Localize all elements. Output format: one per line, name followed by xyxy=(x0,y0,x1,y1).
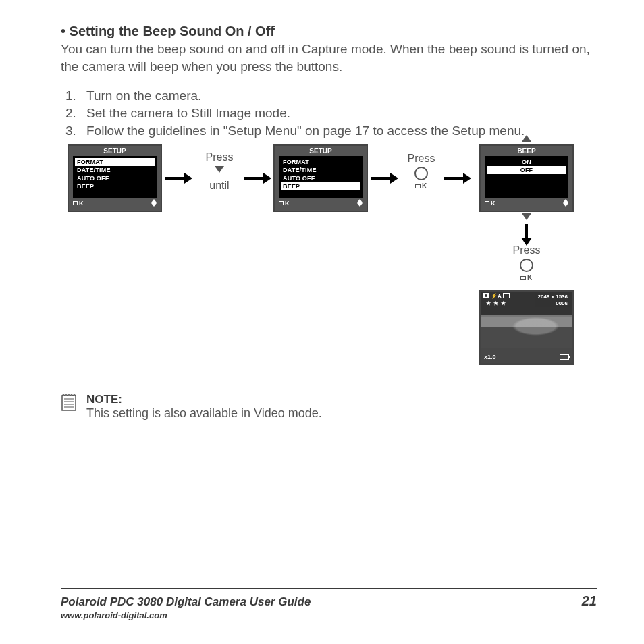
setup-screen-1: SETUP FORMAT DATE/TIME AUTO OFF BEEP K xyxy=(68,144,162,212)
ok-text: K xyxy=(401,182,441,190)
arrow-down-icon xyxy=(525,224,528,239)
updown-icon xyxy=(357,199,363,207)
menu-item-off: OFF xyxy=(487,166,566,174)
footer-rule xyxy=(61,588,597,589)
ok-icon: K xyxy=(279,200,290,207)
screen-title: SETUP xyxy=(275,146,367,156)
page-footer: Polaroid PDC 3080 Digital Camera User Gu… xyxy=(61,588,597,620)
step-item: Set the camera to Still Image mode. xyxy=(80,105,597,122)
menu-item-format: FORMAT xyxy=(281,158,360,166)
screen-title: BEEP xyxy=(481,146,572,156)
step-item: Follow the guidelines in "Setup Menu" on… xyxy=(80,122,597,140)
menu-item-datetime: DATE/TIME xyxy=(281,166,360,174)
ok-button-icon xyxy=(414,167,428,180)
screen-title: SETUP xyxy=(69,146,161,156)
ok-icon: K xyxy=(73,200,84,207)
press-ok-instruction: Press K xyxy=(401,153,441,190)
intro-text: You can turn the beep sound on and off i… xyxy=(61,41,597,75)
quality-stars: ★ ★ ★ xyxy=(486,300,506,306)
preview-scene xyxy=(481,317,572,348)
menu-item-on: ON xyxy=(487,158,566,166)
page-number: 21 xyxy=(582,593,597,609)
arrow-right-icon xyxy=(244,177,265,180)
arrow-right-icon xyxy=(165,177,186,180)
flash-icon: ⚡A xyxy=(491,293,502,299)
press-label: Press xyxy=(401,153,441,165)
press-down-instruction: Press until xyxy=(196,151,243,192)
until-label: until xyxy=(196,180,243,192)
camera-preview-screen: ⚡A ★ ★ ★ 2048 x 1536 0006 x1.0 xyxy=(479,290,574,365)
battery-icon xyxy=(560,354,569,360)
svg-rect-0 xyxy=(62,396,76,410)
arrow-right-icon xyxy=(444,177,464,180)
beep-screen: BEEP ON OFF K xyxy=(479,144,574,212)
updown-icon xyxy=(563,199,568,207)
ok-text: K xyxy=(506,274,547,281)
down-triangle-icon xyxy=(522,213,531,220)
ok-icon: K xyxy=(485,200,495,207)
down-triangle-icon xyxy=(215,166,224,173)
notepad-icon xyxy=(61,393,77,412)
press-ok-instruction: Press K xyxy=(506,244,547,281)
menu-item-beep: BEEP xyxy=(75,182,155,190)
note-block: NOTE: This setting is also available in … xyxy=(61,393,597,421)
guide-title: Polaroid PDC 3080 Digital Camera User Gu… xyxy=(61,595,311,609)
camera-icon xyxy=(483,293,489,298)
menu-item-beep: BEEP xyxy=(281,182,360,190)
step-item: Turn on the camera. xyxy=(80,87,597,105)
menu-item-autooff: AUTO OFF xyxy=(281,174,360,182)
section-heading: • Setting the Beep Sound On / Off xyxy=(61,24,597,39)
menu-item-format: FORMAT xyxy=(75,158,155,166)
menu-item-datetime: DATE/TIME xyxy=(75,166,155,174)
count-text: 0006 xyxy=(538,300,568,307)
setup-screen-2: SETUP FORMAT DATE/TIME AUTO OFF BEEP K xyxy=(273,144,368,212)
steps-list: Turn on the camera. Set the camera to St… xyxy=(61,87,597,139)
resolution-text: 2048 x 1536 xyxy=(538,294,568,300)
up-triangle-icon xyxy=(522,135,531,142)
zoom-level: x1.0 xyxy=(484,354,496,360)
note-text: This setting is also available in Video … xyxy=(86,406,322,421)
updown-icon xyxy=(151,199,157,207)
ok-button-icon xyxy=(520,259,533,272)
footer-url: www.polaroid-digital.com xyxy=(61,610,597,620)
flow-diagram: SETUP FORMAT DATE/TIME AUTO OFF BEEP K P… xyxy=(68,144,601,381)
menu-item-autooff: AUTO OFF xyxy=(75,174,155,182)
press-label: Press xyxy=(506,244,547,257)
note-label: NOTE: xyxy=(86,393,322,406)
press-label: Press xyxy=(196,151,243,163)
arrow-right-icon xyxy=(371,177,392,180)
mode-box-icon xyxy=(503,293,510,298)
